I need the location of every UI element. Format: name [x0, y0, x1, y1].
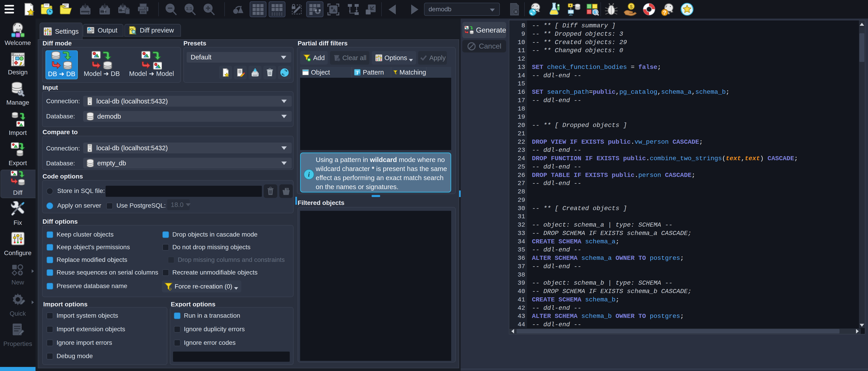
svg-text:?: ? [663, 9, 666, 15]
svg-text:1:1: 1:1 [186, 6, 192, 11]
svg-text:i: i [89, 28, 90, 31]
svg-text:$: $ [630, 4, 632, 9]
